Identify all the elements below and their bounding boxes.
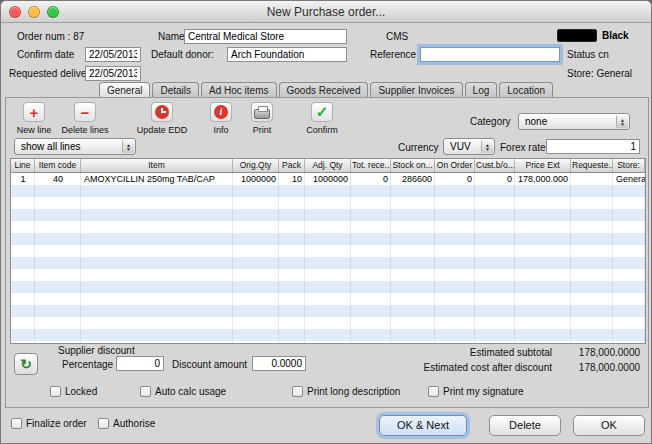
authorise-label: Authorise: [113, 418, 155, 429]
tab-general[interactable]: General: [99, 82, 151, 97]
locked-checkbox[interactable]: Locked: [50, 386, 97, 397]
check-icon: ✓: [311, 102, 333, 122]
column-header-adj-qty[interactable]: Adj. Qty: [305, 159, 351, 172]
locked-label: Locked: [65, 386, 97, 397]
default-donor-label: Default donor:: [151, 49, 214, 60]
minimize-button[interactable]: [28, 6, 40, 18]
checkbox-icon: [140, 386, 151, 397]
currency-label: Currency: [398, 142, 439, 153]
print-long-description-checkbox[interactable]: Print long description: [292, 386, 400, 397]
column-gridlines: [11, 173, 645, 343]
column-header-price-ext[interactable]: Price Ext: [515, 159, 571, 172]
info-label: Info: [206, 125, 236, 135]
cell-tot-received: 0: [351, 173, 391, 185]
plus-icon: +: [23, 102, 45, 122]
cell-item: AMOXYCILLIN 250mg TAB/CAP: [81, 173, 233, 185]
percentage-input[interactable]: [116, 356, 164, 371]
tab-location[interactable]: Location: [499, 82, 553, 97]
column-header-line[interactable]: Line: [11, 159, 35, 172]
show-lines-dropdown[interactable]: show all lines ▲▼: [14, 138, 136, 155]
info-button[interactable]: i Info: [206, 102, 236, 135]
ok-button[interactable]: OK: [573, 415, 645, 436]
printer-icon: [251, 102, 273, 122]
finalize-order-checkbox[interactable]: Finalize order: [11, 418, 87, 429]
zoom-button[interactable]: [47, 6, 59, 18]
show-lines-value: show all lines: [21, 141, 80, 152]
cell-orig-qty: 1000000: [233, 173, 279, 185]
authorise-checkbox[interactable]: Authorise: [98, 418, 155, 429]
cms-label: CMS: [386, 31, 408, 42]
column-header-item[interactable]: Item: [81, 159, 233, 172]
color-name-label: Black: [602, 30, 629, 41]
refresh-icon[interactable]: ↻: [14, 353, 38, 375]
new-line-button[interactable]: + New line: [12, 102, 56, 135]
column-header-pack[interactable]: Pack: [279, 159, 305, 172]
column-header-orig-qty[interactable]: Orig.Qty: [233, 159, 279, 172]
reference-label: Reference: [370, 49, 416, 60]
totals-block: Estimated subtotal 178,000.0000 Estimate…: [424, 347, 640, 377]
info-icon: i: [210, 102, 232, 122]
requested-delivery-input[interactable]: [85, 66, 141, 81]
discount-amount-label: Discount amount: [172, 359, 247, 370]
checkbox-icon: [11, 418, 22, 429]
default-donor-input[interactable]: [227, 47, 347, 62]
table-header: Line Item code Item Orig.Qty Pack Adj. Q…: [11, 159, 645, 173]
cell-store: General: [613, 173, 645, 185]
tab-ad-hoc-items[interactable]: Ad Hoc items: [201, 82, 276, 97]
tab-details[interactable]: Details: [152, 82, 199, 97]
chevron-up-down-icon: ▲▼: [616, 115, 628, 128]
column-header-stock-on-hand[interactable]: Stock on...: [391, 159, 435, 172]
forex-rate-label: Forex rate: [500, 142, 546, 153]
print-my-signature-label: Print my signature: [443, 386, 524, 397]
cell-adj-qty: 1000000: [305, 173, 351, 185]
order-num-label: Order num : 87: [17, 31, 84, 42]
confirm-button[interactable]: ✓ Confirm: [300, 102, 344, 135]
table-row[interactable]: 1 40 AMOXYCILLIN 250mg TAB/CAP 1000000 1…: [11, 173, 645, 185]
column-header-store[interactable]: Store:: [613, 159, 645, 172]
checkbox-icon: [428, 386, 439, 397]
print-button[interactable]: Print: [244, 102, 280, 135]
delete-lines-button[interactable]: − Delete lines: [58, 102, 112, 135]
cell-cust-backorder: 0: [475, 173, 515, 185]
print-my-signature-checkbox[interactable]: Print my signature: [428, 386, 524, 397]
tab-goods-received[interactable]: Goods Received: [279, 82, 369, 97]
confirm-date-input[interactable]: [85, 47, 141, 62]
tab-supplier-invoices[interactable]: Supplier Invoices: [370, 82, 462, 97]
cell-price-ext: 178,000.000: [515, 173, 571, 185]
column-header-on-order[interactable]: On Order: [435, 159, 475, 172]
column-header-tot-received[interactable]: Tot. rece...: [351, 159, 391, 172]
supplier-discount-label: Supplier discount: [58, 345, 135, 356]
print-label: Print: [244, 125, 280, 135]
confirm-label: Confirm: [300, 125, 344, 135]
tab-log[interactable]: Log: [465, 82, 498, 97]
column-header-cust-backorder[interactable]: Cust.b/o...: [475, 159, 515, 172]
category-dropdown[interactable]: none ▲▼: [518, 113, 630, 130]
tab-bar: General Details Ad Hoc items Goods Recei…: [1, 82, 651, 97]
window-title: New Purchase order...: [267, 5, 386, 19]
auto-calc-usage-checkbox[interactable]: Auto calc usage: [140, 386, 226, 397]
delete-button[interactable]: Delete: [489, 415, 561, 436]
cell-on-order: 0: [435, 173, 475, 185]
category-value: none: [525, 116, 547, 127]
ok-next-button[interactable]: OK & Next: [379, 415, 467, 436]
update-edd-label: Update EDD: [134, 125, 190, 135]
checkbox-icon: [98, 418, 109, 429]
name-input[interactable]: [184, 29, 347, 44]
currency-value: VUV: [450, 141, 471, 152]
order-lines-table: Line Item code Item Orig.Qty Pack Adj. Q…: [10, 158, 646, 344]
reference-input[interactable]: [420, 47, 560, 62]
chevron-up-down-icon: ▲▼: [481, 140, 493, 153]
currency-dropdown[interactable]: VUV ▲▼: [443, 138, 495, 155]
finalize-order-label: Finalize order: [26, 418, 87, 429]
column-header-requested[interactable]: Requeste...: [571, 159, 613, 172]
update-edd-button[interactable]: Update EDD: [134, 102, 190, 135]
store-label: Store: General: [567, 68, 632, 79]
color-swatch[interactable]: [557, 29, 597, 42]
forex-rate-input[interactable]: [546, 139, 640, 154]
close-button[interactable]: [9, 6, 21, 18]
discount-amount-input[interactable]: [252, 356, 306, 371]
cell-stock-on-hand: 286600: [391, 173, 435, 185]
purchase-order-window: New Purchase order... Order num : 87 Nam…: [0, 0, 652, 444]
estimated-cost-value: 178,000.0000: [562, 362, 640, 373]
column-header-item-code[interactable]: Item code: [35, 159, 81, 172]
